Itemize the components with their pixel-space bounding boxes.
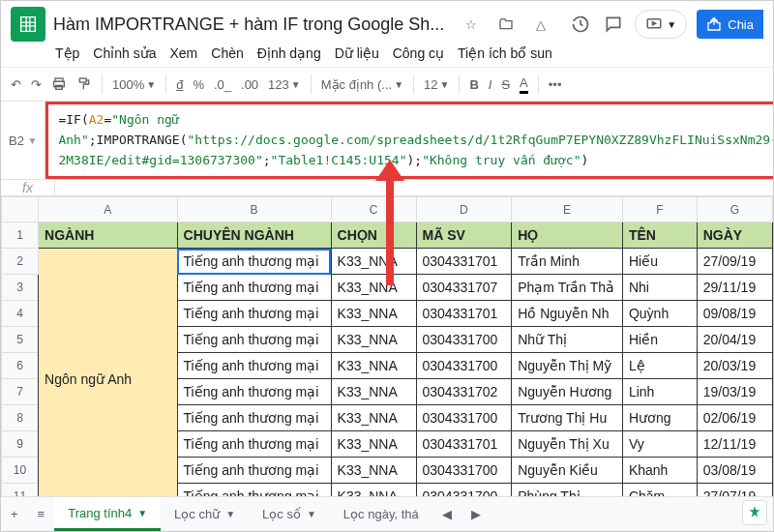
cell[interactable]: Nhi xyxy=(622,275,697,301)
name-box[interactable]: B2 ▼ xyxy=(1,102,45,179)
sheet-tab-active[interactable]: Trang tính4 ▼ xyxy=(54,497,161,531)
cell[interactable]: 20/03/19 xyxy=(697,353,772,379)
row-header-8[interactable]: 8 xyxy=(2,405,39,431)
cell[interactable]: 02/06/19 xyxy=(697,405,772,431)
header-ngay[interactable]: NGÀY xyxy=(697,222,772,249)
cell[interactable]: Tiếng anh thương mại xyxy=(177,275,331,301)
row-header-3[interactable]: 3 xyxy=(2,275,39,301)
col-header-E[interactable]: E xyxy=(512,197,623,222)
cell[interactable]: 03/08/19 xyxy=(697,458,772,484)
cell[interactable]: Tiếng anh thương mại xyxy=(177,458,331,484)
cell[interactable]: 0304331701 xyxy=(416,249,512,275)
cell[interactable]: Tiếng anh thương mại xyxy=(177,431,331,458)
cell[interactable]: Vy xyxy=(622,431,697,458)
cell[interactable]: Linh xyxy=(622,379,697,405)
menu-tools[interactable]: Công cụ xyxy=(393,45,444,61)
cell[interactable]: K33_NNA xyxy=(331,275,416,301)
cell[interactable]: Nhữ Thị xyxy=(512,327,623,353)
cell[interactable]: Khanh xyxy=(622,458,697,484)
move-icon[interactable] xyxy=(494,13,518,36)
row-header-2[interactable]: 2 xyxy=(2,249,39,275)
cell[interactable]: Tiếng anh thương mại xyxy=(177,249,331,275)
cell[interactable]: Tiếng anh thương mại xyxy=(177,405,331,431)
currency-button[interactable]: đ xyxy=(176,77,183,92)
bold-button[interactable]: B xyxy=(469,77,478,92)
row-header-7[interactable]: 7 xyxy=(2,379,39,405)
cell[interactable]: K33_NNA xyxy=(331,353,416,379)
cell[interactable]: K33_NNA xyxy=(331,327,416,353)
header-chon[interactable]: CHỌN xyxy=(331,222,416,249)
cell[interactable]: 19/03/19 xyxy=(697,379,772,405)
history-icon[interactable] xyxy=(569,13,592,36)
menu-format[interactable]: Định dạng xyxy=(257,45,321,61)
cell[interactable]: 0304331707 xyxy=(416,275,512,301)
col-header-A[interactable]: A xyxy=(39,197,177,222)
cell[interactable]: K33_NNA xyxy=(331,249,416,275)
cell[interactable]: Hương xyxy=(622,405,697,431)
cell[interactable]: K33_NNA xyxy=(331,431,416,458)
row-header-4[interactable]: 4 xyxy=(2,301,39,327)
comment-icon[interactable] xyxy=(602,13,625,36)
cell[interactable]: 0304331700 xyxy=(416,405,512,431)
cell-nganh-merged[interactable]: Ngôn ngữ Anh xyxy=(39,249,177,510)
cell[interactable]: 0304331701 xyxy=(416,301,512,327)
cell[interactable]: Tiếng anh thương mại xyxy=(177,327,331,353)
cell[interactable]: Lệ xyxy=(622,353,697,379)
zoom-dropdown[interactable]: 100% ▼ xyxy=(112,77,156,92)
col-header-D[interactable]: D xyxy=(416,197,512,222)
sheet-tab-3[interactable]: Lọc ngày, thá xyxy=(330,497,432,531)
menu-file[interactable]: Tệp xyxy=(55,45,79,61)
header-ten[interactable]: TÊN xyxy=(622,222,697,249)
cell[interactable]: Tiếng anh thương mại xyxy=(177,353,331,379)
add-sheet-button[interactable]: + xyxy=(1,497,28,531)
cell[interactable]: 09/08/19 xyxy=(697,301,772,327)
spreadsheet-grid[interactable]: A B C D E F G 1 NGÀNH CHUYÊN NGÀNH CHỌN … xyxy=(1,196,773,532)
scroll-left-icon[interactable]: ◀ xyxy=(432,497,461,531)
row-header-1[interactable]: 1 xyxy=(2,222,39,249)
scroll-right-icon[interactable]: ▶ xyxy=(461,497,491,531)
decrease-decimal-button[interactable]: .0_ xyxy=(214,77,231,92)
cell[interactable]: Trần Minh xyxy=(512,249,623,275)
col-header-B[interactable]: B xyxy=(177,197,331,222)
italic-button[interactable]: I xyxy=(489,77,492,92)
header-nganh[interactable]: NGÀNH xyxy=(39,222,177,249)
row-header-5[interactable]: 5 xyxy=(2,327,39,353)
cell[interactable]: Tiếng anh thương mại xyxy=(177,379,331,405)
formula-bar[interactable]: =IF(A2="Ngôn ngữ Anh";IMPORTRANGE("https… xyxy=(45,102,774,179)
menu-insert[interactable]: Chèn xyxy=(211,45,243,61)
text-color-button[interactable]: A xyxy=(520,75,528,94)
number-format-dropdown[interactable]: 123▼ xyxy=(268,77,301,92)
cell[interactable]: K33_NNA xyxy=(331,458,416,484)
sheet-tab-2[interactable]: Lọc số ▼ xyxy=(249,497,330,531)
cell[interactable]: Hồ Nguyễn Nh xyxy=(512,301,623,327)
all-sheets-button[interactable]: ≡ xyxy=(28,497,55,531)
row-header-10[interactable]: 10 xyxy=(2,458,39,484)
paint-format-icon[interactable] xyxy=(76,76,92,92)
cell[interactable]: 27/09/19 xyxy=(697,249,772,275)
col-header-F[interactable]: F xyxy=(622,197,697,222)
font-dropdown[interactable]: Mặc định (... ▼ xyxy=(321,77,403,92)
cell[interactable]: Tiếng anh thương mại xyxy=(177,301,331,327)
corner-cell[interactable] xyxy=(2,197,39,222)
cell[interactable]: Nguyễn Thị Mỹ xyxy=(512,353,623,379)
increase-decimal-button[interactable]: .00 xyxy=(241,77,258,92)
cell[interactable]: Nguyễn Kiều xyxy=(512,458,623,484)
header-masv[interactable]: MÃ SV xyxy=(416,222,512,249)
cell[interactable]: Quỳnh xyxy=(622,301,697,327)
row-header-9[interactable]: 9 xyxy=(2,431,39,458)
row-header-6[interactable]: 6 xyxy=(2,353,39,379)
strike-button[interactable]: S xyxy=(501,77,510,92)
sheets-logo[interactable] xyxy=(11,7,45,42)
cell[interactable]: 0304331700 xyxy=(416,458,512,484)
cell[interactable]: Hiền xyxy=(622,327,697,353)
font-size-dropdown[interactable]: 12 ▼ xyxy=(424,77,449,92)
col-header-C[interactable]: C xyxy=(331,197,416,222)
cell[interactable]: Trương Thị Hu xyxy=(512,405,623,431)
cell[interactable]: K33_NNA xyxy=(331,405,416,431)
cell[interactable]: 0304331700 xyxy=(416,327,512,353)
cell[interactable]: K33_NNA xyxy=(331,379,416,405)
cloud-icon[interactable]: △ xyxy=(529,13,552,36)
sheet-tab-1[interactable]: Lọc chữ ▼ xyxy=(161,497,249,531)
redo-icon[interactable]: ↷ xyxy=(31,77,42,92)
print-icon[interactable] xyxy=(51,76,67,92)
